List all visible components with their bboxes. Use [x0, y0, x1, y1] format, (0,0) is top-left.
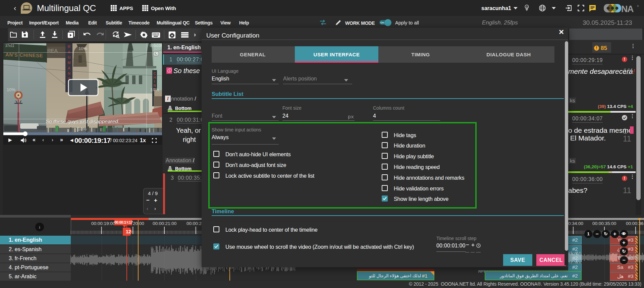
svg-text:NA: NA — [621, 4, 634, 13]
svg-text:®: ® — [637, 5, 639, 8]
svg-text:10: 10 — [526, 6, 528, 8]
svg-text:12: 12 — [126, 229, 131, 234]
svg-text:So these guys just disappeared: So these guys just disappeared. — [46, 118, 120, 124]
